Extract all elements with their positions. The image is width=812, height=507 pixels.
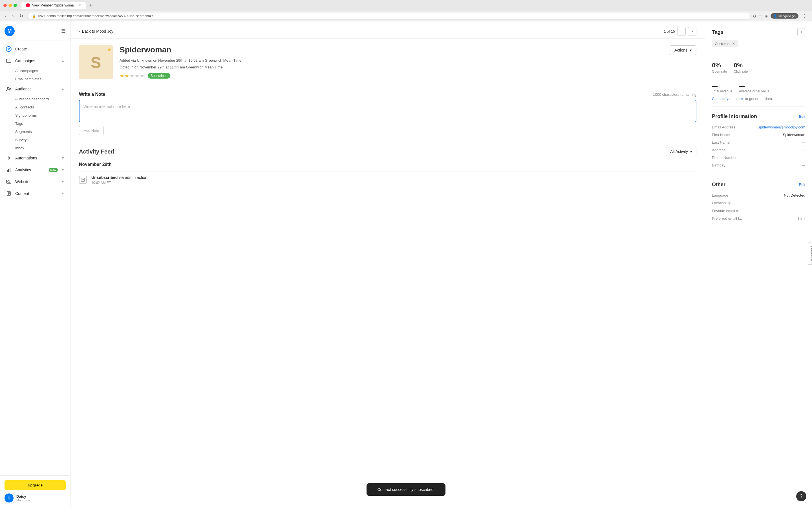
note-section: Write a Note 1000 characters remaining A… <box>70 86 705 141</box>
activity-date: November 29th <box>79 162 696 167</box>
sidebar-item-create[interactable]: Create <box>0 43 70 55</box>
reload-nav-button[interactable]: ↻ <box>18 12 25 20</box>
add-tag-button[interactable]: + <box>797 28 805 36</box>
field-value: — <box>802 156 805 160</box>
activity-title: Activity Feed <box>79 149 114 155</box>
right-panel: Tags + Customer × 0% Open rate 0% Click … <box>705 21 812 507</box>
field-label: Address <box>712 148 746 152</box>
pagination: 1 of 15 ‹ › <box>664 27 696 36</box>
activity-filter-button[interactable]: All Activity ▾ <box>666 147 696 156</box>
sidebar-item-audience-dashboard[interactable]: Audience dashboard <box>15 95 70 103</box>
fullscreen-dot[interactable] <box>13 4 17 7</box>
stats-row: 0% Open rate 0% Click rate <box>712 62 805 73</box>
sidebar-item-email-templates[interactable]: Email templates <box>15 75 70 83</box>
browser-tab[interactable]: View Member "Spiderwoma... ✕ <box>21 2 86 9</box>
close-dot[interactable] <box>3 4 7 7</box>
open-rate-value: 0% <box>712 62 727 69</box>
sidebar-view-icon[interactable]: ▣ <box>765 14 768 18</box>
star-2: ★ <box>124 73 129 79</box>
star-1: ★ <box>119 73 124 79</box>
create-label: Create <box>15 47 64 51</box>
click-rate-stat: 0% Click rate <box>733 62 748 73</box>
address-text: us21.admin.mailchimp.com/lists/members/v… <box>38 14 153 18</box>
status-badge: Subscribed <box>148 73 170 78</box>
automations-label: Automations <box>15 156 58 160</box>
connect-store-link[interactable]: Connect your store <box>712 97 743 101</box>
actions-chevron-icon: ▾ <box>690 48 692 52</box>
star-4: ★ <box>135 73 139 79</box>
svg-rect-9 <box>10 168 10 172</box>
sidebar-item-campaigns[interactable]: Campaigns ▲ <box>0 55 70 67</box>
website-label: Website <box>15 179 58 184</box>
back-nav-button[interactable]: ‹ <box>3 12 8 20</box>
avatar-initial: D <box>8 496 10 500</box>
profile-header: Profile Information Edit <box>712 114 805 119</box>
user-info: D Daisy Mood Joy <box>4 494 66 503</box>
feedback-tab[interactable]: Feedback <box>808 242 812 265</box>
divider <box>712 78 805 78</box>
sidebar-item-audience[interactable]: Audience ▲ <box>0 83 70 95</box>
sidebar-item-inbox[interactable]: Inbox <box>15 144 70 152</box>
sidebar-item-website[interactable]: Website ▼ <box>0 176 70 187</box>
sidebar-toggle-icon[interactable]: ☰ <box>61 28 66 34</box>
avg-order-label: Average order value <box>739 89 769 93</box>
extension-icon[interactable]: ⚙ <box>753 14 756 18</box>
actions-button[interactable]: Actions ▾ <box>670 45 696 55</box>
browser-dots <box>3 4 17 7</box>
tag-chip-remove-icon[interactable]: × <box>732 41 735 46</box>
pagination-prev-button[interactable]: ‹ <box>677 27 686 36</box>
sidebar-item-all-contacts[interactable]: All contacts <box>15 103 70 111</box>
activity-filter-label: All Activity <box>670 149 688 154</box>
note-textarea[interactable] <box>79 100 696 122</box>
sidebar-item-surveys[interactable]: Surveys <box>15 136 70 144</box>
back-link[interactable]: ‹ Back to Mood Joy <box>79 29 113 34</box>
actions-label: Actions <box>674 48 688 52</box>
activity-section: Activity Feed All Activity ▾ November 29… <box>70 141 705 194</box>
sidebar-item-tags[interactable]: Tags <box>15 119 70 128</box>
new-tab-button[interactable]: + <box>88 3 93 8</box>
tab-close-icon[interactable]: ✕ <box>79 4 81 7</box>
more-options-button[interactable]: ⋮ <box>801 12 809 20</box>
other-header: Other Edit <box>712 182 805 187</box>
other-field-email-client: Favorite email cli... — <box>712 207 805 215</box>
sidebar-item-segments[interactable]: Segments <box>15 128 70 136</box>
profile-field-lastname: Last Name — <box>712 138 805 146</box>
audience-arrow-icon: ▲ <box>61 87 64 91</box>
minimize-dot[interactable] <box>8 4 12 7</box>
field-label: Location ⓘ <box>712 201 746 205</box>
profile-edit-link[interactable]: Edit <box>799 114 805 119</box>
other-edit-link[interactable]: Edit <box>799 182 805 187</box>
feedback-label: Feedback <box>810 246 812 261</box>
upgrade-button[interactable]: Upgrade <box>4 480 66 490</box>
sidebar: M ☰ Create <box>0 21 70 507</box>
profile-section: Profile Information Edit Email Address S… <box>712 114 805 175</box>
help-button[interactable]: ? <box>796 491 806 501</box>
member-avatar: S ★ <box>79 45 113 79</box>
add-note-button[interactable]: Add Note <box>79 126 104 135</box>
profile-field-firstname: First Name Spiderwoman <box>712 131 805 138</box>
tab-favicon <box>26 3 30 7</box>
sidebar-nav: Create Campaigns ▲ All campaigns Email t… <box>0 41 70 475</box>
bookmark-icon[interactable]: ☆ <box>759 14 762 18</box>
other-title: Other <box>712 182 725 187</box>
total-revenue-value: — <box>712 83 732 89</box>
main-content: ‹ Back to Mood Joy 1 of 15 ‹ › S ★ Spide… <box>70 21 705 507</box>
activity-filter-chevron-icon: ▾ <box>690 149 692 154</box>
sidebar-item-analytics[interactable]: Analytics New ▼ <box>0 164 70 176</box>
tags-header: Tags + <box>712 28 805 36</box>
sidebar-item-automations[interactable]: Automations ▼ <box>0 152 70 164</box>
pagination-next-button[interactable]: › <box>688 27 696 36</box>
activity-detail: via admin action. <box>119 175 148 180</box>
app-logo[interactable]: M <box>4 26 15 36</box>
field-label: Birthday <box>712 163 746 167</box>
field-label: Language <box>712 193 746 198</box>
profile-field-address: Address — <box>712 146 805 154</box>
address-bar[interactable]: 🔒 us21.admin.mailchimp.com/lists/members… <box>27 13 751 19</box>
forward-nav-button[interactable]: › <box>10 12 15 20</box>
sidebar-item-signup-forms[interactable]: Signup forms <box>15 111 70 119</box>
sidebar-item-all-campaigns[interactable]: All campaigns <box>15 67 70 75</box>
incognito-button[interactable]: 👤 Incognito (2) <box>770 13 799 18</box>
sidebar-item-content[interactable]: Content ▼ <box>0 187 70 200</box>
incognito-label: Incognito (2) <box>778 14 796 18</box>
total-revenue-stat: — Total revenue <box>712 83 732 93</box>
